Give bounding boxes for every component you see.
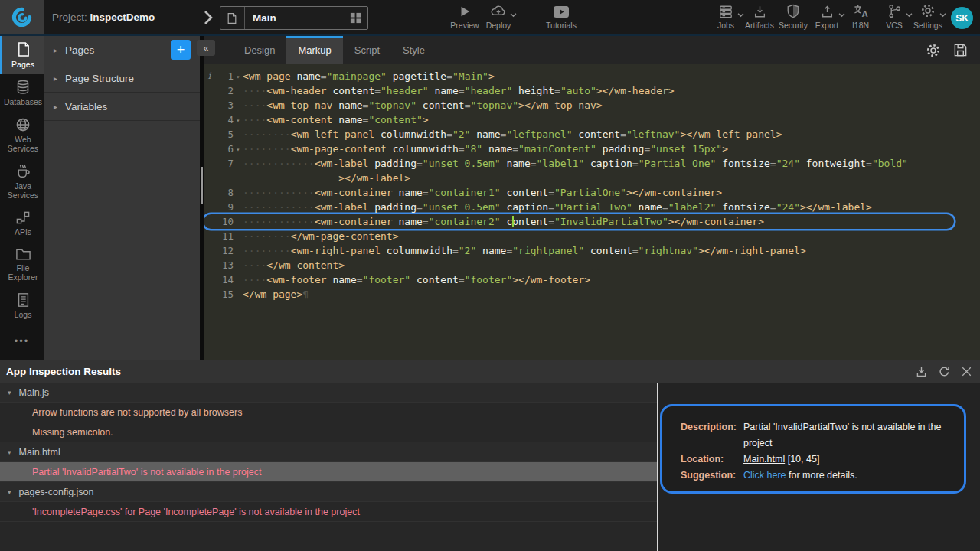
code-line-highlighted[interactable]: 10············<wm-container name="contai…	[204, 214, 954, 229]
code-text[interactable]: ····</wm-content>	[243, 258, 980, 272]
inspection-result-row[interactable]: Partial 'InvalidPartialTwo' is not avail…	[0, 462, 657, 482]
sidebar-item-pages[interactable]: Pages	[0, 36, 44, 74]
tab-script[interactable]: Script	[343, 36, 391, 64]
inspection-result-row[interactable]: Arrow functions are not supported by all…	[0, 403, 657, 422]
fold-marker-icon[interactable]: ▾	[234, 112, 243, 127]
code-line[interactable]: 13····</wm-content>	[204, 258, 980, 272]
code-text[interactable]: ····<wm-top-nav name="topnav" content="t…	[243, 98, 980, 112]
code-text[interactable]: ············<wm-container name="containe…	[243, 185, 980, 200]
code-text[interactable]: ········</wm-page-content>	[243, 229, 980, 243]
code-line[interactable]: ></wm-label>	[204, 171, 980, 185]
code-line[interactable]: 5········<wm-left-panel columnwidth="2" …	[204, 127, 980, 142]
sidebar-item-databases[interactable]: Databases	[0, 74, 44, 112]
preview-label: Preview	[450, 21, 479, 30]
tooltip-suggestion-row: Suggestion: Click here for more details.	[681, 468, 964, 484]
line-number: 7	[215, 156, 234, 171]
code-line[interactable]: 6▾········<wm-page-content columnwidth="…	[204, 142, 980, 156]
location-file-link[interactable]: Main.html	[743, 454, 785, 465]
code-text[interactable]: ></wm-label>	[243, 171, 980, 185]
collapse-panel-button[interactable]: «	[197, 40, 215, 56]
line-number: 13	[215, 258, 234, 272]
page-selector[interactable]: Main	[220, 6, 368, 30]
artifacts-button[interactable]: Artifacts	[743, 3, 776, 30]
inspection-group-Main.html[interactable]: ▾Main.html	[0, 442, 657, 462]
tray-down-icon	[753, 3, 767, 18]
inspection-result-row[interactable]: 'IncompletePage.css' for Page 'Incomplet…	[0, 502, 657, 522]
project-title: Project: InspectDemo	[52, 11, 155, 23]
code-text[interactable]: ········<wm-page-content columnwidth="8"…	[243, 142, 980, 156]
code-line[interactable]: 15</wm-page>¶	[204, 287, 980, 302]
tab-design[interactable]: Design	[233, 36, 286, 64]
code-line[interactable]: i1▾<wm-page name="mainpage" pagetitle="M…	[204, 69, 980, 83]
panel-section-page-structure[interactable]: ▸Page Structure	[44, 64, 200, 93]
save-button[interactable]	[953, 43, 968, 57]
close-icon[interactable]	[961, 366, 972, 377]
user-avatar[interactable]: SK	[951, 7, 973, 29]
inspection-result-row[interactable]: Missing semicolon.	[0, 422, 657, 442]
preview-button[interactable]: Preview	[448, 3, 482, 30]
collapse-arrow-icon[interactable]: ▾	[8, 389, 11, 396]
add-page-button[interactable]: +	[171, 40, 191, 60]
expand-arrow-icon[interactable]: ▸	[54, 103, 57, 111]
sidebar-item-file-explorer[interactable]: File Explorer	[0, 242, 44, 287]
code-line[interactable]: 4▾····<wm-content name="content">	[204, 112, 980, 127]
code-text[interactable]: ········<wm-right-panel columnwidth="2" …	[243, 243, 980, 258]
inspection-group-pages-config.json[interactable]: ▾pages-config.json	[0, 482, 657, 502]
security-button[interactable]: Security	[776, 3, 810, 30]
sidebar-item-apis[interactable]: APIs	[0, 205, 44, 242]
wavemaker-logo[interactable]	[0, 0, 44, 34]
location-position: [10, 45]	[785, 454, 819, 465]
grid-icon[interactable]	[344, 11, 368, 24]
editor-settings-button[interactable]	[926, 43, 941, 58]
code-text[interactable]: ····<wm-content name="content">	[243, 112, 980, 127]
collapse-arrow-icon[interactable]: ▾	[8, 488, 11, 496]
code-line[interactable]: 9············<wm-label padding="unset 0.…	[204, 200, 980, 214]
jobs-button[interactable]: Jobs	[709, 3, 743, 30]
code-line[interactable]: 7············<wm-label padding="unset 0.…	[204, 156, 980, 171]
code-line[interactable]: 3····<wm-top-nav name="topnav" content="…	[204, 98, 980, 112]
suggestion-link[interactable]: Click here	[743, 470, 786, 481]
sidebar-item-web-services[interactable]: Web Services	[0, 112, 44, 158]
markup-code-editor[interactable]: i1▾<wm-page name="mainpage" pagetitle="M…	[204, 64, 980, 360]
expand-arrow-icon[interactable]: ▸	[54, 46, 57, 54]
expand-arrow-icon[interactable]: ▸	[54, 74, 57, 83]
line-number: 8	[215, 185, 234, 200]
settings-button[interactable]: Settings	[911, 3, 945, 30]
inspection-result-message: Arrow functions are not supported by all…	[32, 407, 242, 418]
i18n-button[interactable]: AI18N	[844, 3, 877, 30]
panel-section-variables[interactable]: ▸Variables	[44, 93, 200, 121]
code-text[interactable]: ····<wm-footer name="footer" content="fo…	[243, 272, 980, 287]
download-icon[interactable]	[915, 365, 928, 378]
inspection-group-Main.js[interactable]: ▾Main.js	[0, 383, 657, 403]
tutorials-button[interactable]: Tutorials	[538, 3, 584, 30]
collapse-arrow-icon[interactable]: ▾	[8, 448, 11, 456]
code-line[interactable]: 8············<wm-container name="contain…	[204, 185, 980, 200]
code-text[interactable]: ············<wm-label padding="unset 0.5…	[243, 200, 980, 214]
error-detail-tooltip: Description: Partial 'InvalidPartialTwo'…	[660, 404, 966, 494]
gutter-info-icon[interactable]: i	[204, 69, 215, 83]
code-text[interactable]: ············<wm-label padding="unset 0.5…	[243, 156, 980, 171]
tab-markup[interactable]: Markup	[286, 36, 342, 64]
export-button[interactable]: Export	[810, 3, 844, 30]
deploy-button[interactable]: Deploy	[482, 3, 515, 30]
refresh-icon[interactable]	[938, 365, 951, 378]
sidebar-item-java-services[interactable]: Java Services	[0, 158, 44, 205]
more-options-button[interactable]: •••	[0, 335, 44, 347]
code-line[interactable]: 11········</wm-page-content>	[204, 229, 980, 243]
code-line[interactable]: 14····<wm-footer name="footer" content="…	[204, 272, 980, 287]
panel-section-pages[interactable]: ▸Pages+	[44, 36, 200, 64]
vcs-button[interactable]: VCS	[877, 3, 911, 30]
scrollbar-thumb[interactable]	[201, 167, 203, 204]
code-text[interactable]: ············<wm-container name="containe…	[243, 214, 954, 229]
tab-style[interactable]: Style	[391, 36, 436, 64]
code-text[interactable]: ········<wm-left-panel columnwidth="2" n…	[243, 127, 980, 142]
code-line[interactable]: 2····<wm-header content="header" name="h…	[204, 83, 980, 98]
code-text[interactable]: ····<wm-header content="header" name="he…	[243, 83, 980, 98]
code-line[interactable]: 12········<wm-right-panel columnwidth="2…	[204, 243, 980, 258]
pages-icon	[16, 41, 31, 57]
code-text[interactable]: <wm-page name="mainpage" pagetitle="Main…	[243, 69, 980, 83]
fold-marker-icon[interactable]: ▾	[234, 142, 243, 156]
sidebar-item-logs[interactable]: Logs	[0, 287, 44, 324]
code-text[interactable]: </wm-page>¶	[243, 287, 980, 302]
fold-marker-icon[interactable]: ▾	[234, 69, 243, 83]
